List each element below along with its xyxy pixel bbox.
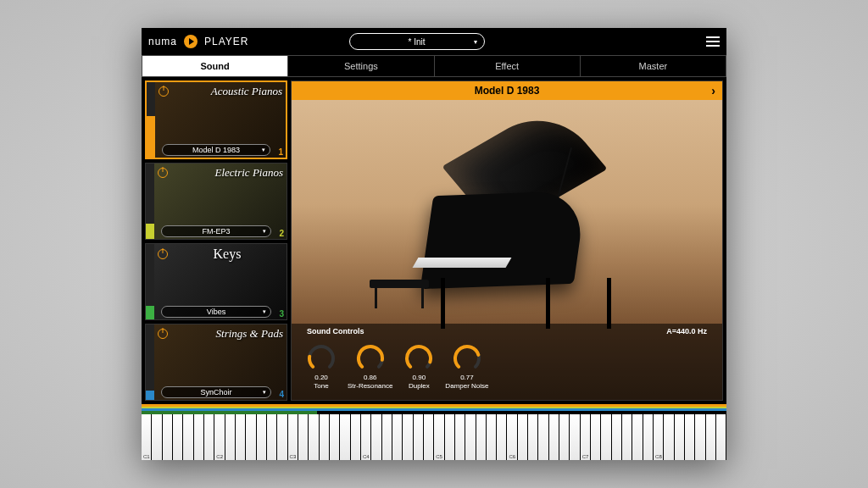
white-key[interactable] [414, 414, 424, 460]
white-key[interactable]: C8 [654, 414, 664, 460]
white-key[interactable] [685, 414, 695, 460]
power-icon[interactable] [158, 168, 168, 178]
white-key[interactable] [622, 414, 632, 460]
slot-1-preset[interactable]: Model D 1983 [162, 144, 270, 156]
white-key[interactable] [371, 414, 381, 460]
white-key[interactable] [455, 414, 465, 460]
white-key[interactable] [194, 414, 204, 460]
white-key[interactable] [476, 414, 487, 460]
virtual-keyboard[interactable]: C1C2C3C4C5C6C7C8 [142, 414, 726, 460]
white-key[interactable]: C6 [507, 414, 517, 460]
slot-1[interactable]: Acoustic Pianos Model D 1983 1 [145, 80, 287, 159]
knob-tone[interactable]: 0.20Tone [307, 344, 336, 390]
slot-4[interactable]: Strings & Pads SynChoir 4 [145, 324, 287, 401]
white-key[interactable]: C1 [142, 414, 152, 460]
white-key[interactable] [643, 414, 654, 460]
hamburger-menu-icon[interactable] [706, 36, 720, 47]
white-key[interactable] [591, 414, 601, 460]
white-key[interactable] [664, 414, 674, 460]
white-key[interactable] [267, 414, 277, 460]
preset-selector[interactable]: * Init [349, 33, 485, 50]
white-key[interactable] [392, 414, 403, 460]
white-key[interactable] [570, 414, 580, 460]
tab-sound[interactable]: Sound [142, 56, 288, 76]
white-key[interactable] [298, 414, 309, 460]
white-key[interactable]: C7 [581, 414, 591, 460]
white-key[interactable] [204, 414, 214, 460]
octave-label: C3 [290, 454, 297, 459]
octave-label: C6 [509, 454, 515, 459]
white-key[interactable] [497, 414, 507, 460]
slot-2[interactable]: Electric Pianos FM-EP3 2 [145, 163, 287, 240]
play-logo-icon [184, 35, 198, 48]
tab-master[interactable]: Master [581, 56, 726, 76]
octave-label: C7 [582, 454, 589, 459]
grand-piano-graphic [410, 176, 631, 244]
white-key[interactable] [246, 414, 256, 460]
octave-label: C2 [216, 454, 223, 459]
white-key[interactable]: C2 [214, 414, 225, 460]
white-key[interactable]: C3 [288, 414, 298, 460]
white-key[interactable] [518, 414, 528, 460]
white-key[interactable] [559, 414, 570, 460]
white-key[interactable] [330, 414, 340, 460]
white-key[interactable] [675, 414, 685, 460]
octave-label: C4 [363, 454, 370, 459]
white-key[interactable] [632, 414, 643, 460]
white-key[interactable] [277, 414, 287, 460]
white-key[interactable] [549, 414, 559, 460]
white-key[interactable] [601, 414, 611, 460]
white-key[interactable] [236, 414, 246, 460]
white-key[interactable] [465, 414, 476, 460]
slot-4-preset[interactable]: SynChoir [161, 386, 271, 398]
tuning-readout: A=440.0 Hz [666, 327, 707, 336]
white-key[interactable] [173, 414, 183, 460]
tab-effect[interactable]: Effect [435, 56, 581, 76]
white-key[interactable] [612, 414, 622, 460]
instrument-header: Model D 1983 › [292, 81, 722, 100]
octave-label: C8 [655, 454, 662, 459]
white-key[interactable] [225, 414, 236, 460]
slot-3-preset[interactable]: Vibes [161, 306, 271, 318]
white-key[interactable] [424, 414, 434, 460]
numa-player-app: numa PLAYER * Init Sound Settings Effect… [142, 28, 726, 460]
power-icon[interactable] [159, 86, 169, 97]
white-key[interactable] [320, 414, 330, 460]
slot-1-title: Acoustic Pianos [172, 86, 282, 97]
white-key[interactable] [257, 414, 267, 460]
white-key[interactable] [695, 414, 705, 460]
slot-4-title: Strings & Pads [171, 328, 283, 339]
chevron-right-icon[interactable]: › [711, 84, 715, 97]
white-key[interactable]: C5 [434, 414, 444, 460]
knob-duplex[interactable]: 0.90Duplex [404, 344, 433, 390]
white-key[interactable] [183, 414, 193, 460]
tab-settings[interactable]: Settings [288, 56, 434, 76]
white-key[interactable] [351, 414, 361, 460]
white-key[interactable] [487, 414, 497, 460]
knob-str-resonance[interactable]: 0.86Str-Resonance [348, 344, 392, 390]
slot-3[interactable]: Keys Vibes 3 [145, 243, 287, 320]
white-key[interactable] [445, 414, 455, 460]
slot-3-title: Keys [171, 247, 283, 261]
preset-name: * Init [408, 37, 425, 47]
power-icon[interactable] [158, 329, 168, 339]
white-key[interactable] [403, 414, 413, 460]
white-key[interactable] [382, 414, 392, 460]
white-key[interactable] [538, 414, 548, 460]
slot-2-title: Electric Pianos [171, 167, 283, 178]
white-key[interactable] [340, 414, 350, 460]
white-key[interactable] [309, 414, 319, 460]
slot-1-meter [147, 82, 155, 158]
white-key[interactable] [706, 414, 716, 460]
power-icon[interactable] [158, 249, 168, 259]
piano-bench-graphic [370, 280, 429, 288]
white-key[interactable] [528, 414, 538, 460]
main-view: Model D 1983 › Sound Controls A=440.0 Hz [291, 80, 723, 401]
white-key[interactable] [163, 414, 173, 460]
slot-2-preset[interactable]: FM-EP3 [161, 225, 271, 237]
white-key[interactable] [716, 414, 726, 460]
white-key[interactable]: C4 [361, 414, 371, 460]
knob-damper-noise[interactable]: 0.77Damper Noise [445, 344, 488, 390]
white-key[interactable] [152, 414, 162, 460]
slot-4-meter [146, 324, 154, 400]
